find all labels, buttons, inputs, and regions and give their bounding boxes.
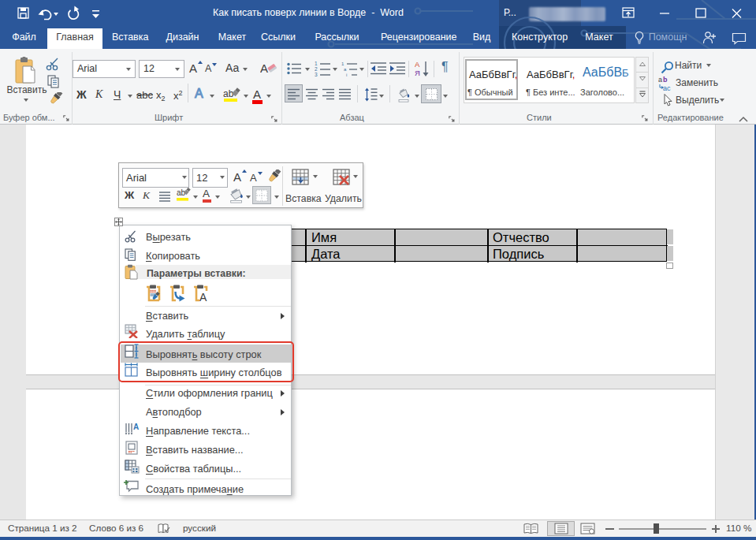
svg-text:a: a <box>344 67 347 72</box>
svg-text:3: 3 <box>315 72 318 76</box>
svg-text:1: 1 <box>341 61 344 66</box>
svg-text:1: 1 <box>315 61 318 66</box>
svg-text:A: A <box>133 423 139 431</box>
svg-text:i: i <box>346 73 347 76</box>
svg-text:А: А <box>415 60 420 69</box>
svg-text:А: А <box>260 61 268 75</box>
svg-text:2: 2 <box>315 66 318 72</box>
svg-text:A: A <box>199 291 207 303</box>
svg-text:Я: Я <box>415 69 420 77</box>
svg-text:b: b <box>663 76 668 84</box>
svg-text:ac: ac <box>663 84 671 91</box>
svg-text:a: a <box>658 76 662 84</box>
